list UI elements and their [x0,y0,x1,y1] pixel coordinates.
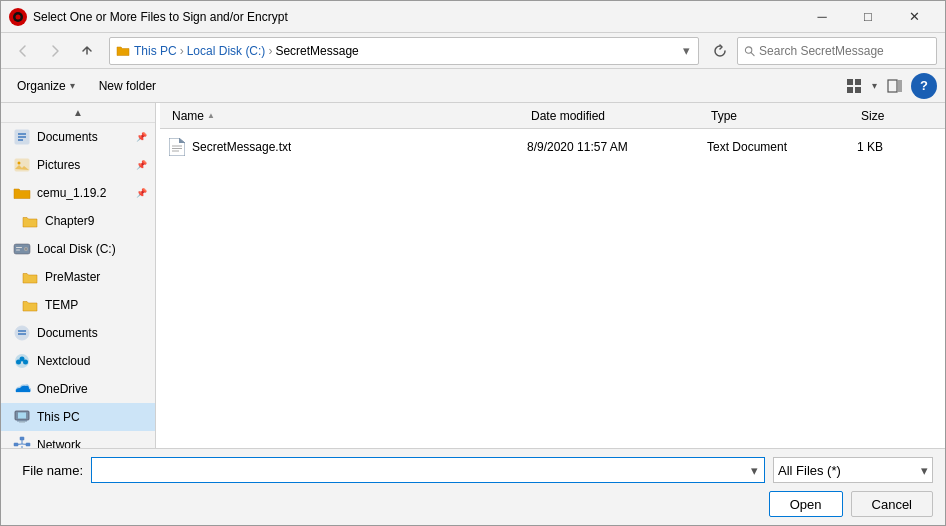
filename-input-wrapper[interactable]: ▾ [91,457,765,483]
breadcrumb-thispc[interactable]: This PC [134,44,177,58]
col-header-type[interactable]: Type [707,109,857,123]
sidebar-label-temp: TEMP [45,298,147,312]
search-icon [744,45,755,57]
col-header-size[interactable]: Size [857,109,937,123]
pictures-icon [13,156,31,174]
svg-point-19 [25,248,27,250]
navigation-toolbar: This PC › Local Disk (C:) › SecretMessag… [1,33,945,69]
svg-point-2 [16,14,21,19]
filetype-label: All Files (*) [778,463,917,478]
title-bar: Select One or More Files to Sign and/or … [1,1,945,33]
maximize-button[interactable]: □ [845,1,891,33]
dialog-title: Select One or More Files to Sign and/or … [33,10,793,24]
preview-pane-button[interactable] [881,73,909,99]
address-folder-icon [116,44,130,58]
svg-rect-5 [847,79,853,85]
sidebar-item-network[interactable]: Network [1,431,155,448]
sidebar-item-premaster[interactable]: PreMaster [1,263,155,291]
file-type: Text Document [707,140,857,154]
sidebar-item-thispc[interactable]: This PC [1,403,155,431]
svg-rect-31 [17,420,27,422]
sidebar-item-chapter9[interactable]: Chapter9 [1,207,155,235]
sidebar-item-onedrive[interactable]: OneDrive [1,375,155,403]
onedrive-icon [13,380,31,398]
help-button[interactable]: ? [911,73,937,99]
sidebar-label-pictures: Pictures [37,158,128,172]
view-buttons: ▾ ? [840,73,937,99]
sort-arrow-icon: ▲ [207,111,215,120]
file-date: 8/9/2020 11:57 AM [527,140,707,154]
view-list-icon [846,78,862,94]
cancel-button[interactable]: Cancel [851,491,933,517]
view-toggle-button[interactable] [840,73,868,99]
sidebar-label-network: Network [37,438,147,448]
file-name-cell: SecretMessage.txt [168,138,527,156]
svg-rect-6 [855,79,861,85]
file-list: SecretMessage.txt 8/9/2020 11:57 AM Text… [160,129,945,448]
filename-row: File name: ▾ All Files (*) ▾ [13,457,933,483]
svg-rect-7 [847,87,853,93]
organize-button[interactable]: Organize ▾ [9,73,83,99]
scroll-up-arrow[interactable]: ▲ [65,105,91,120]
sidebar-item-documents-cloud[interactable]: Documents [1,319,155,347]
up-button[interactable] [73,37,101,65]
sidebar-label-localdisk: Local Disk (C:) [37,242,147,256]
refresh-button[interactable] [707,38,733,64]
svg-rect-10 [898,80,902,92]
filename-input[interactable] [96,458,749,482]
back-icon [16,44,30,58]
temp-folder-icon [21,296,39,314]
sidebar-item-pictures[interactable]: Pictures 📌 [1,151,155,179]
open-button[interactable]: Open [769,491,843,517]
col-header-date[interactable]: Date modified [527,109,707,123]
cemu-folder-icon [13,184,31,202]
sidebar-label-thispc: This PC [37,410,147,424]
sidebar-item-documents-pinned[interactable]: Documents 📌 [1,123,155,151]
sidebar-label-documents-cloud: Documents [37,326,147,340]
svg-rect-33 [20,437,24,440]
sidebar-item-nextcloud[interactable]: Nextcloud [1,347,155,375]
app-icon [9,8,27,26]
search-box[interactable] [737,37,937,65]
up-icon [80,44,94,58]
filetype-select[interactable]: All Files (*) ▾ [773,457,933,483]
back-button[interactable] [9,37,37,65]
filename-label: File name: [13,463,83,478]
sidebar-label-chapter9: Chapter9 [45,214,147,228]
svg-point-28 [20,357,25,362]
new-folder-button[interactable]: New folder [91,73,164,99]
sidebar-label-premaster: PreMaster [45,270,147,284]
forward-button[interactable] [41,37,69,65]
svg-marker-41 [169,138,185,156]
dialog-window: Select One or More Files to Sign and/or … [0,0,946,526]
column-headers: Name ▲ Date modified Type Size [160,103,945,129]
svg-rect-30 [18,413,26,419]
address-bar[interactable]: This PC › Local Disk (C:) › SecretMessag… [109,37,699,65]
breadcrumb-localdisk[interactable]: Local Disk (C:) [187,44,266,58]
sidebar-label-documents-pinned: Documents [37,130,128,144]
search-input[interactable] [759,44,930,58]
sidebar-item-temp[interactable]: TEMP [1,291,155,319]
col-header-name[interactable]: Name ▲ [168,109,527,123]
breadcrumb-current: SecretMessage [275,44,358,58]
bottom-bar: File name: ▾ All Files (*) ▾ Open Cancel [1,448,945,525]
address-chevron-icon[interactable]: ▾ [681,43,692,58]
file-name: SecretMessage.txt [192,140,291,154]
forward-icon [48,44,62,58]
nextcloud-icon [13,352,31,370]
svg-rect-9 [888,80,897,92]
filename-dropdown-icon[interactable]: ▾ [749,463,760,478]
file-row-secretmessage[interactable]: SecretMessage.txt 8/9/2020 11:57 AM Text… [160,133,945,161]
svg-rect-32 [19,422,25,423]
view-chevron-icon[interactable]: ▾ [870,80,879,91]
breadcrumb: This PC › Local Disk (C:) › SecretMessag… [134,44,677,58]
filetype-chevron-icon: ▾ [921,463,928,478]
svg-point-16 [18,162,21,165]
close-button[interactable]: ✕ [891,1,937,33]
sidebar-item-cemu[interactable]: cemu_1.19.2 📌 [1,179,155,207]
sidebar-item-localdisk[interactable]: Local Disk (C:) [1,235,155,263]
pin-icon-cemu: 📌 [136,188,147,198]
minimize-button[interactable]: ─ [799,1,845,33]
svg-point-22 [15,326,29,340]
thispc-icon [13,408,31,426]
